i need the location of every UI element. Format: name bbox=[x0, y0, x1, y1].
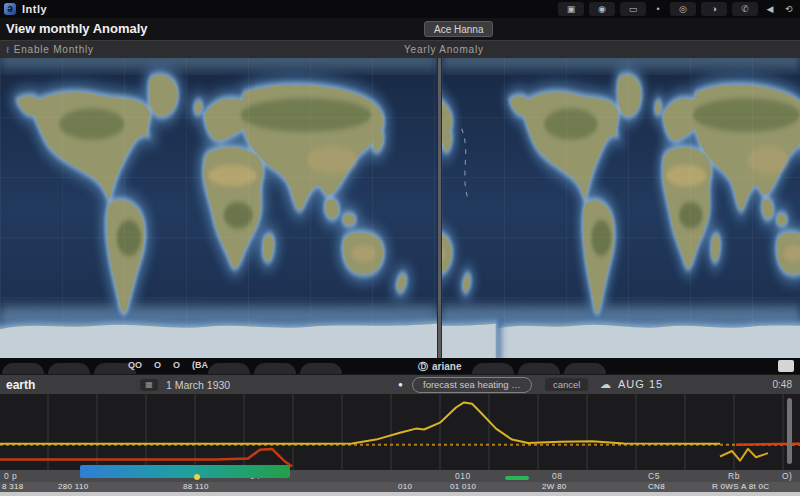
app-title: Intly bbox=[22, 3, 47, 15]
loop-icon[interactable]: QO bbox=[128, 360, 142, 370]
chart-canvas bbox=[0, 394, 800, 470]
chart-scrollbar[interactable] bbox=[787, 398, 792, 464]
mode-selector[interactable]: ☁AUG 15 bbox=[600, 378, 663, 391]
app-logo-icon[interactable]: ə bbox=[4, 3, 16, 15]
axis-tick: 0 p bbox=[4, 471, 17, 481]
film-frame[interactable] bbox=[208, 363, 250, 374]
color-scale-bar[interactable] bbox=[80, 465, 290, 478]
fullscreen-button[interactable] bbox=[778, 360, 794, 372]
contrast-icon[interactable]: ◑ bbox=[701, 2, 727, 16]
axis-label: 2W 80 bbox=[542, 482, 567, 491]
app-window: { "app": {"logo_glyph": "ə", "name": "In… bbox=[0, 0, 800, 496]
axis-label: 8 318 bbox=[2, 482, 24, 491]
film-frame[interactable] bbox=[300, 363, 342, 374]
film-frame[interactable] bbox=[518, 363, 560, 374]
mode-label: AUG 15 bbox=[618, 378, 663, 390]
cancel-button[interactable]: cancel bbox=[545, 378, 588, 391]
right-panel-title: Yearly Anomaly bbox=[404, 44, 484, 55]
card-icon[interactable]: ▭ bbox=[620, 2, 646, 16]
left-panel-title: Enable Monthly bbox=[14, 44, 94, 55]
film-frame[interactable] bbox=[254, 363, 296, 374]
axis-tick: 010 bbox=[455, 471, 471, 481]
toolbar: ▣ ◉ ▭ • ◎ ◑ ✆ ◀ ⟲ bbox=[558, 2, 796, 16]
film-frame[interactable] bbox=[2, 363, 44, 374]
axis-tick: O) bbox=[782, 471, 792, 481]
phone-icon[interactable]: ✆ bbox=[732, 2, 758, 16]
world-map-left-svg bbox=[0, 58, 437, 358]
film-frame[interactable] bbox=[48, 363, 90, 374]
bottom-edge-strip bbox=[0, 492, 800, 496]
eye-icon[interactable]: ◉ bbox=[589, 2, 615, 16]
calendar-icon[interactable]: ▦ bbox=[140, 379, 158, 391]
axis-tick: C5 bbox=[648, 471, 660, 481]
axis-tick: Rb bbox=[728, 471, 740, 481]
record-icon[interactable]: ◎ bbox=[670, 2, 696, 16]
menu-bar: View monthly Anomaly Ace Hanna bbox=[0, 18, 800, 40]
top-bar: ə Intly ▣ ◉ ▭ • ◎ ◑ ✆ ◀ ⟲ bbox=[0, 0, 800, 18]
refresh-icon[interactable]: ⟲ bbox=[782, 2, 796, 16]
axis-label: R 0WS A 8t 0C bbox=[712, 482, 769, 491]
scale-marker-dot[interactable] bbox=[194, 474, 200, 480]
axis-row: 8 318 280 110 88 110 010 01 010 2W 80 CN… bbox=[0, 482, 800, 492]
axis-label: 010 bbox=[398, 482, 412, 491]
back-icon[interactable]: ◀ bbox=[763, 2, 777, 16]
screenshot-icon[interactable]: ▣ bbox=[558, 2, 584, 16]
status-bullet-icon: ● bbox=[398, 380, 403, 389]
axis-label: 01 010 bbox=[450, 482, 476, 491]
action-button[interactable]: Ace Hanna bbox=[424, 21, 493, 37]
circled-d-icon: Ⓓ bbox=[418, 361, 428, 372]
left-panel-header[interactable]: ℓEnable Monthly bbox=[6, 44, 94, 55]
selection-highlight bbox=[505, 476, 529, 480]
circle-icon[interactable]: O bbox=[154, 360, 161, 370]
axis-label: CN8 bbox=[648, 482, 665, 491]
timeline-bar: earth ▦ 1 March 1930 ● forecast sea heat… bbox=[0, 374, 800, 394]
world-map-left[interactable] bbox=[0, 58, 437, 358]
marker-icon[interactable]: (BA bbox=[192, 360, 208, 370]
panel-headers: ℓEnable Monthly Yearly Anomaly bbox=[0, 40, 800, 58]
filmstrip-label-text: ariane bbox=[432, 361, 461, 372]
filmstrip-markers: QO O O (BA bbox=[128, 360, 208, 370]
axis-label: 88 110 bbox=[183, 482, 209, 491]
current-date-label[interactable]: 1 March 1930 bbox=[166, 379, 230, 391]
circle-icon[interactable]: O bbox=[173, 360, 180, 370]
layer-bullet-icon: ℓ bbox=[6, 45, 10, 55]
cloud-icon: ☁ bbox=[600, 378, 612, 390]
filmstrip-bar: QO O O (BA Ⓓariane bbox=[0, 358, 800, 374]
time-counter: 0:48 bbox=[773, 379, 792, 390]
page-title: View monthly Anomaly bbox=[6, 21, 148, 36]
timeline-chart[interactable] bbox=[0, 394, 800, 470]
axis-tick: 08 bbox=[552, 471, 562, 481]
map-compare-view bbox=[0, 58, 800, 358]
earth-menu-button[interactable]: earth bbox=[6, 378, 35, 392]
status-pill[interactable]: forecast sea heating … bbox=[412, 377, 532, 393]
filmstrip-label[interactable]: Ⓓariane bbox=[418, 360, 461, 374]
world-map-right-svg bbox=[442, 58, 800, 358]
film-frame[interactable] bbox=[564, 363, 606, 374]
film-frame[interactable] bbox=[472, 363, 514, 374]
axis-label: 280 110 bbox=[58, 482, 88, 491]
right-panel-header[interactable]: Yearly Anomaly bbox=[404, 44, 484, 55]
world-map-right[interactable] bbox=[442, 58, 800, 358]
dot-icon[interactable]: • bbox=[651, 2, 665, 16]
